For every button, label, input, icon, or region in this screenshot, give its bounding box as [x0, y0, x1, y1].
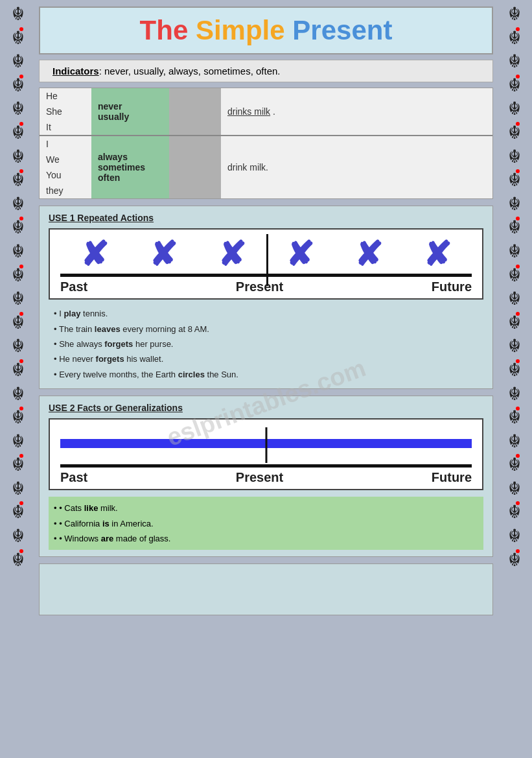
spiral-left-11: ☬	[12, 241, 25, 263]
use2-section: USE 2 Facts or Generalizations Past Pres…	[39, 396, 493, 557]
timeline-labels-2: Past Present Future	[60, 470, 472, 485]
spiral-right-5: ☬	[508, 98, 521, 120]
spiral-left-8: ☬	[12, 169, 25, 191]
fact-examples-list: • Cats like milk. • California is in Ame…	[54, 501, 478, 546]
spiral-right-23: ☬	[508, 525, 521, 547]
example-2: The train leaves every morning at 8 AM.	[49, 322, 483, 337]
use1-section: USE 1 Repeated Actions ✘ ✘ ✘ ✘ ✘ ✘ Past …	[39, 206, 493, 389]
spiral-right-8: ☬	[508, 169, 521, 191]
table-row-divider: I always sometimes often drink milk.	[40, 136, 492, 152]
spiral-right-4: ☬	[508, 75, 521, 97]
example-5: Every twelve months, the Earth circles t…	[49, 367, 483, 382]
spiral-right-11: ☬	[508, 241, 521, 263]
label-past-1: Past	[60, 279, 87, 294]
spiral-left-6: ☬	[12, 122, 25, 144]
page-title: The Simple Present	[53, 16, 479, 45]
spiral-right-16: ☬	[508, 359, 521, 381]
spiral-right-18: ☬	[508, 407, 521, 429]
x-mark-2: ✘	[149, 237, 178, 271]
title-the: The	[140, 15, 196, 45]
spiral-right-15: ☬	[508, 335, 521, 357]
label-future-1: Future	[432, 279, 472, 294]
spiral-right-22: ☬	[508, 501, 521, 523]
title-simple: Simple	[196, 15, 292, 45]
adverb-always: always	[98, 152, 163, 162]
indicators-section: Indicators: never, usually, always, some…	[39, 60, 493, 82]
blue-timeline-vertical	[265, 427, 267, 463]
grammar-table: He never usually drinks milk . She It I …	[40, 88, 492, 198]
spiral-right-14: ☬	[508, 312, 521, 334]
use2-examples: • Cats like milk. • California is in Ame…	[49, 497, 483, 550]
adverbs-group2: always sometimes often	[91, 136, 169, 198]
adverb-sometimes: sometimes	[98, 162, 163, 172]
spiral-left-23: ☬	[12, 525, 25, 547]
adverbs-group1: never usually	[91, 88, 169, 136]
x-mark-6: ✘	[423, 237, 452, 271]
x-mark-1: ✘	[80, 237, 109, 271]
use1-timeline: ✘ ✘ ✘ ✘ ✘ ✘ Past Present Future	[49, 228, 483, 300]
subject-they: they	[40, 183, 91, 198]
timeline-x-row: ✘ ✘ ✘ ✘ ✘ ✘	[60, 237, 472, 271]
adverb-never: never	[98, 101, 163, 112]
spiral-left-15: ☬	[12, 335, 25, 357]
spiral-right-24: ☬	[508, 549, 521, 571]
label-present-2: Present	[236, 470, 283, 485]
bottom-section	[39, 563, 493, 615]
spiral-right-6: ☬	[508, 122, 521, 144]
gray-cell-1	[169, 88, 221, 136]
spiral-left-10: ☬	[12, 217, 25, 239]
label-future-2: Future	[432, 470, 472, 485]
verb-drink: drink milk.	[221, 136, 492, 198]
spiral-left-13: ☬	[12, 288, 25, 310]
spiral-right-7: ☬	[508, 146, 521, 168]
spiral-left-1: ☬	[12, 3, 25, 25]
example-4: He never forgets his wallet.	[49, 351, 483, 366]
subject-i: I	[40, 136, 91, 152]
spiral-right-9: ☬	[508, 193, 521, 215]
fact-example-1: • Cats like milk.	[54, 501, 478, 515]
x-mark-5: ✘	[354, 237, 383, 271]
indicators-underline: Indicators	[52, 65, 99, 77]
spiral-left-21: ☬	[12, 478, 25, 500]
x-mark-3: ✘	[218, 237, 246, 271]
indicators-label: Indicators: never, usually, always, some…	[52, 65, 281, 77]
gray-cell-2	[169, 136, 221, 198]
grammar-table-section: He never usually drinks milk . She It I …	[39, 88, 493, 199]
use1-examples: I play tennis. The train leaves every mo…	[49, 306, 483, 382]
spiral-left-19: ☬	[12, 431, 25, 453]
subject-he: He	[40, 88, 91, 104]
subject-we: We	[40, 152, 91, 167]
title-present: Present	[292, 15, 392, 45]
label-present-1: Present	[236, 279, 283, 294]
spiral-right-21: ☬	[508, 478, 521, 500]
use1-title: USE 1 Repeated Actions	[49, 213, 483, 223]
label-past-2: Past	[60, 470, 87, 485]
use2-title: USE 2 Facts or Generalizations	[49, 403, 483, 413]
spiral-left-5: ☬	[12, 98, 25, 120]
spiral-left-24: ☬	[12, 549, 25, 571]
indicators-text: : never, usually, always, sometimes, oft…	[99, 65, 281, 77]
spiral-left-2: ☬	[12, 27, 25, 49]
subject-she: She	[40, 104, 91, 119]
adverb-often: often	[98, 172, 163, 183]
subject-it: It	[40, 119, 91, 136]
blue-timeline-area	[60, 427, 472, 463]
spiral-left-17: ☬	[12, 383, 25, 405]
spiral-left-18: ☬	[12, 407, 25, 429]
spiral-right-19: ☬	[508, 431, 521, 453]
spiral-left-4: ☬	[12, 75, 25, 97]
example-3: She always forgets her purse.	[49, 337, 483, 351]
spiral-left-22: ☬	[12, 501, 25, 523]
table-row-he: He never usually drinks milk .	[40, 88, 492, 104]
x-mark-4: ✘	[286, 237, 314, 271]
spiral-left-14: ☬	[12, 312, 25, 334]
spiral-left-9: ☬	[12, 193, 25, 215]
spiral-left-12: ☬	[12, 265, 25, 287]
use2-timeline: Past Present Future	[49, 418, 483, 490]
spiral-right-10: ☬	[508, 217, 521, 239]
title-section: The Simple Present	[39, 6, 493, 54]
fact-example-2: • California is in America.	[54, 516, 478, 531]
spiral-right-13: ☬	[508, 288, 521, 310]
subject-you: You	[40, 167, 91, 183]
example-1: I play tennis.	[49, 306, 483, 321]
